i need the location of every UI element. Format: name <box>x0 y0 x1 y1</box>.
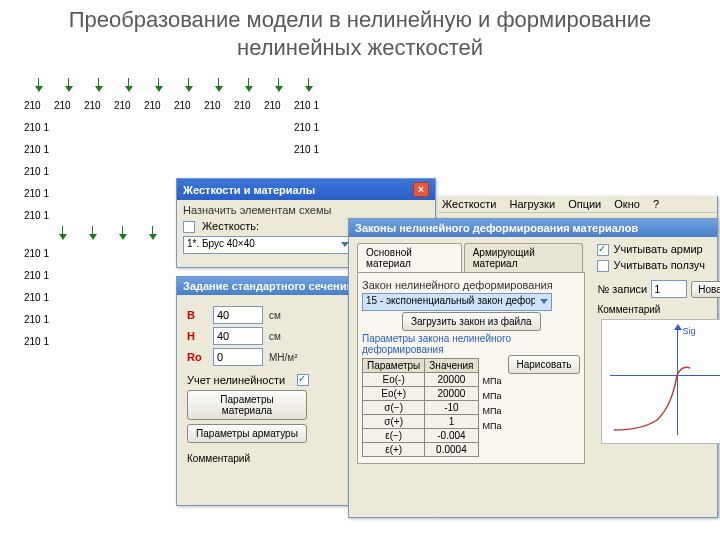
B-label: B <box>187 309 213 321</box>
params-group-label: Параметры закона нелинейного деформирова… <box>362 333 580 355</box>
armir-label: Учитывать армир <box>613 243 702 255</box>
H-unit: см <box>269 331 281 342</box>
menu-stiff[interactable]: Жесткости <box>442 198 496 210</box>
laws-comment-label: Комментарий <box>597 304 720 315</box>
tab-rebar-material[interactable]: Армирующий материал <box>464 243 584 272</box>
win-stiff-title: Жесткости и материалы <box>183 184 315 196</box>
Ro-unit: МН/м² <box>269 352 298 363</box>
H-label: H <box>187 330 213 342</box>
sig-eps-graph: Sig Eps <box>601 319 720 444</box>
Ro-label: Ro <box>187 351 213 363</box>
table-row: σ(−)-10 <box>363 401 479 415</box>
B-input[interactable] <box>213 306 263 324</box>
Ro-input[interactable] <box>213 348 263 366</box>
stiff-field-label: Жесткость: <box>202 220 259 232</box>
material-tabs: Основной материал Армирующий материал <box>357 243 585 273</box>
menubar: Жесткости Нагрузки Опции Окно ? <box>438 196 717 213</box>
rebar-params-button[interactable]: Параметры арматуры <box>187 424 307 443</box>
record-label: № записи <box>597 283 647 295</box>
close-icon[interactable]: × <box>413 182 429 197</box>
nonlin-label: Учет нелинейности <box>187 374 285 386</box>
record-spin[interactable] <box>651 280 687 298</box>
material-params-button[interactable]: Параметры материала <box>187 390 307 420</box>
params-table: ПараметрыЗначения Eo(-)20000 Eo(+)20000 … <box>362 358 479 457</box>
menu-help[interactable]: ? <box>653 198 659 210</box>
table-row: ε(−)-0.004 <box>363 429 479 443</box>
material-curve <box>602 320 720 445</box>
laws-title: Законы нелинейного деформирования матери… <box>349 219 717 237</box>
creep-checkbox[interactable] <box>597 260 609 272</box>
window-nonlinear-laws: Законы нелинейного деформирования матери… <box>348 218 718 518</box>
new-record-button[interactable]: Новая <box>691 281 720 298</box>
assign-label: Назначить элементам схемы <box>183 204 429 216</box>
law-group-label: Закон нелинейного деформирования <box>362 279 580 291</box>
B-unit: см <box>269 310 281 321</box>
stiffness-combo[interactable]: 1*. Брус 40×40 <box>183 236 353 254</box>
table-row: σ(+)1 <box>363 415 479 429</box>
table-row: ε(+)0.0004 <box>363 443 479 457</box>
armir-checkbox[interactable] <box>597 244 609 256</box>
load-law-button[interactable]: Загрузить закон из файла <box>402 312 541 331</box>
menu-window[interactable]: Окно <box>614 198 640 210</box>
law-combo[interactable]: 15 - экспоненциальный закон деформирован… <box>362 293 552 311</box>
creep-label: Учитывать ползуч <box>613 259 705 271</box>
table-row: Eo(-)20000 <box>363 373 479 387</box>
comment-label: Комментарий <box>187 453 365 464</box>
slide-title: Преобразование модели в нелинейную и фор… <box>0 0 720 63</box>
H-input[interactable] <box>213 327 263 345</box>
table-row: Eo(+)20000 <box>363 387 479 401</box>
menu-options[interactable]: Опции <box>568 198 601 210</box>
draw-button[interactable]: Нарисовать <box>508 355 581 374</box>
tab-main-material[interactable]: Основной материал <box>357 243 462 272</box>
menu-loads[interactable]: Нагрузки <box>509 198 555 210</box>
nonlin-checkbox[interactable] <box>297 374 309 386</box>
stiff-radio[interactable] <box>183 221 195 233</box>
